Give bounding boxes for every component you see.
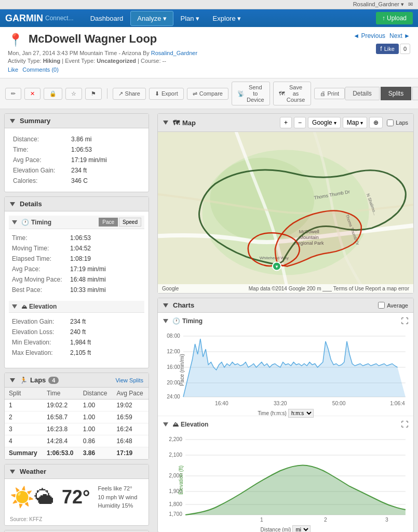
table-row: Max Elevation: 2,105 ft <box>10 348 143 357</box>
send-device-button[interactable]: 📡 Send to Device <box>232 82 270 105</box>
activity-author-link[interactable]: Rosalind_Gardner <box>151 50 197 56</box>
lock-button[interactable]: 🔒 <box>44 88 62 100</box>
distance-unit-select[interactable]: mi <box>292 525 311 532</box>
nav-explore[interactable]: Explore ▾ <box>207 11 247 25</box>
pace-tab[interactable]: Pace <box>99 218 118 227</box>
mail-icon[interactable]: ✉ <box>408 1 413 8</box>
timing-expand-icon[interactable]: ⛶ <box>401 317 408 325</box>
elevation-collapse-icon[interactable] <box>12 304 17 309</box>
details-body: 🕐 Timing Pace Speed Time: 1:06:53 <box>5 211 149 368</box>
nav-plan[interactable]: Plan ▾ <box>174 11 206 25</box>
table-row: Elevation Loss: 240 ft <box>10 327 143 337</box>
map-type-selector[interactable]: Map <box>343 117 367 128</box>
activity-date: Mon, Jan 27, 2014 3:43 PM Mountain Time … <box>8 50 197 56</box>
timing-chart-collapse[interactable] <box>163 319 168 323</box>
prev-activity[interactable]: ◄ Previous <box>353 32 385 39</box>
print-icon: 🖨 <box>320 90 326 97</box>
table-row: Elevation Gain: 234 ft <box>10 317 143 326</box>
zoom-out-button[interactable]: − <box>294 117 306 128</box>
elevation-section: ⛰ Elevation Elevation Gain: 234 ft Eleva… <box>9 301 144 358</box>
elevation-chart-collapse[interactable] <box>163 422 168 427</box>
google-attribution: Google <box>162 286 179 291</box>
value: 1:08:19 <box>68 254 143 263</box>
svg-text:1,700: 1,700 <box>169 511 182 517</box>
split-distance: 1.00 <box>79 400 113 411</box>
humidity: Humidity 15% <box>98 501 137 510</box>
split-time: 14:28.4 <box>43 435 79 447</box>
flag-button[interactable]: ⚑ <box>85 88 102 100</box>
svg-text:▼: ▼ <box>275 264 279 269</box>
tab-player[interactable]: Player <box>412 87 418 100</box>
save-course-button[interactable]: 🗺 Save as Course <box>273 82 311 105</box>
summary-table: Distance: 3.86 mi Time: 1:06:53 Avg Pace… <box>10 134 143 187</box>
collapse-icon[interactable] <box>10 119 15 123</box>
weather-icon: ☀️🌥 <box>10 487 54 507</box>
elevation-value: 234 ft <box>69 166 142 175</box>
weather-title: Weather <box>20 468 46 475</box>
zoom-in-button[interactable]: + <box>280 117 292 128</box>
tab-details[interactable]: Details <box>345 87 380 100</box>
upload-button[interactable]: ↑ Upload <box>376 12 413 24</box>
elevation-expand-icon[interactable]: ⛶ <box>401 420 408 429</box>
timing-chart-container: 08:00 12:00 16:00 20:00 24:00 <box>163 328 408 411</box>
map-controls: + − Google Map ⊕ <box>280 117 383 128</box>
flag-icon: ⚑ <box>91 90 96 97</box>
charts-card: Charts Average 🕐 Timing ⛶ <box>157 298 414 532</box>
split-distance: 0.86 <box>79 435 113 447</box>
timing-y-label: Pace (min/mi) <box>179 354 185 386</box>
value: 10:33 min/mi <box>68 285 143 295</box>
weather-header: Weather <box>5 464 149 479</box>
print-button[interactable]: 🖨 Print <box>314 88 345 99</box>
calories-value: 346 C <box>69 176 142 185</box>
average-checkbox-input[interactable] <box>378 302 385 309</box>
time-unit-select[interactable]: h:m:s <box>288 409 314 418</box>
comments-link[interactable]: Comments (0) <box>22 66 59 73</box>
feels-like: Feels like 72° <box>98 484 137 493</box>
timing-chart-section: 🕐 Timing ⛶ 08:00 12:00 16:00 20:00 24:00 <box>158 313 413 416</box>
details-header: Details <box>5 197 149 211</box>
wind: 10 mph W wind <box>98 493 137 502</box>
charts-title: Charts <box>163 301 194 309</box>
edit-button[interactable]: ✏ <box>5 88 21 100</box>
map-collapse-icon[interactable] <box>163 121 168 125</box>
laps-collapse-icon[interactable] <box>10 378 15 382</box>
compare-button[interactable]: ⇌ Compare <box>187 88 228 100</box>
label: Avg Moving Pace: <box>10 275 67 284</box>
tab-splits[interactable]: Splits <box>381 87 411 100</box>
star-button[interactable]: ☆ <box>65 88 82 100</box>
like-link[interactable]: Like <box>8 66 18 73</box>
details-collapse-icon[interactable] <box>10 202 15 206</box>
fb-like-button[interactable]: f Like <box>376 44 399 54</box>
distance-value: 3.86 mi <box>69 135 142 144</box>
svg-text:1,800: 1,800 <box>169 501 182 507</box>
google-map-selector[interactable]: Google <box>308 117 341 128</box>
summary-distance: 3.86 <box>79 447 113 459</box>
map-container[interactable]: Thoms Thumb Dr Thoms Thumb Dr Whitehead … <box>158 132 413 293</box>
map-title: 🗺 Map <box>163 119 196 127</box>
export-button[interactable]: ⬇ Export <box>149 88 184 100</box>
main-content: Summary Distance: 3.86 mi Time: 1:06:53 … <box>0 109 418 532</box>
svg-text:16:40: 16:40 <box>215 401 228 406</box>
next-activity[interactable]: Next ► <box>389 32 410 39</box>
user-name[interactable]: Rosalind_Gardner ▾ <box>353 1 404 8</box>
view-splits-link[interactable]: View Splits <box>115 377 143 383</box>
table-row: Avg Pace: 17:19 min/mi <box>10 264 143 274</box>
nav-dashboard[interactable]: Dashboard <box>84 11 130 25</box>
timing-collapse-icon[interactable] <box>12 220 17 224</box>
charts-header: Charts Average <box>158 298 413 313</box>
split-avg-pace: 19:02 <box>113 400 149 411</box>
star-icon: ☆ <box>71 90 76 97</box>
connect-wordmark: Connect... <box>45 15 74 22</box>
speed-tab[interactable]: Speed <box>119 218 141 227</box>
weather-collapse-icon[interactable] <box>10 470 15 474</box>
share-button[interactable]: ↗ Share <box>113 88 146 100</box>
charts-collapse-icon[interactable] <box>163 303 168 308</box>
activity-likes: Like Comments (0) <box>8 66 197 73</box>
nav-analyze[interactable]: Analyze ▾ <box>130 11 173 26</box>
weather-details: Feels like 72° 10 mph W wind Humidity 15… <box>98 484 137 510</box>
device-icon: 📡 <box>237 90 245 97</box>
timing-x-label: Time (h:m:s) h:m:s <box>163 409 408 418</box>
laps-checkbox-input[interactable] <box>387 119 394 126</box>
layers-button[interactable]: ⊕ <box>369 117 383 128</box>
delete-button[interactable]: ✕ <box>24 88 41 100</box>
